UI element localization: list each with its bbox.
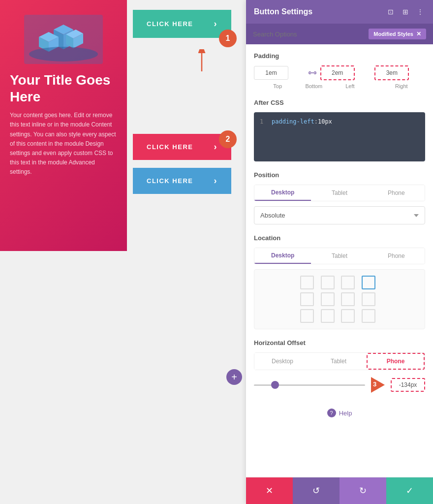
- cancel-button[interactable]: ✕: [246, 477, 293, 504]
- pink-card: Your Title Goes Here Your content goes h…: [0, 0, 127, 251]
- padding-labels: Top Bottom Left Right: [254, 83, 425, 89]
- pos-cell-bc2[interactable]: [341, 309, 355, 323]
- code-line-1: 1 padding-left:10px: [260, 118, 419, 125]
- padding-link-icon[interactable]: [309, 69, 316, 76]
- position-grid-container: [254, 269, 425, 329]
- pos-cell-mc2[interactable]: [341, 292, 355, 306]
- card-body: Your content goes here. Edit or remove t…: [10, 111, 117, 177]
- reset-button[interactable]: ↺: [293, 477, 340, 504]
- grid-icon[interactable]: ⊞: [401, 7, 410, 17]
- location-desktop-tab[interactable]: Desktop: [254, 248, 311, 264]
- padding-top-input[interactable]: [254, 66, 288, 80]
- pos-cell-br[interactable]: [362, 309, 375, 323]
- location-section: Location Desktop Tablet Phone: [254, 234, 425, 329]
- offset-value: -134px: [399, 381, 417, 388]
- offset-value-box[interactable]: -134px: [391, 378, 425, 392]
- location-title: Location: [254, 234, 425, 242]
- modified-styles-label: Modified Styles: [373, 31, 413, 37]
- horizontal-offset-section: Horizontal Offset Desktop Tablet Phone 3…: [254, 339, 425, 393]
- badge-3-container: 3: [371, 377, 385, 393]
- panel-header: Button Settings ⊡ ⊞ ⋮: [246, 0, 433, 24]
- button-3-label: CLICK HERE: [147, 177, 193, 185]
- offset-slider[interactable]: [254, 384, 365, 386]
- line-number: 1: [260, 118, 267, 125]
- left-content-area: Your Title Goes Here Your content goes h…: [0, 0, 246, 504]
- search-bar: Modified Styles ✕: [246, 24, 433, 44]
- pos-cell-mc[interactable]: [321, 292, 335, 306]
- arrow-up-icon: [187, 49, 212, 74]
- button-3[interactable]: CLICK HERE: [133, 168, 231, 194]
- offset-phone-tab[interactable]: Phone: [367, 353, 425, 370]
- code-value: 10px: [318, 118, 332, 125]
- badge-1: 1: [219, 30, 237, 47]
- after-css-title: After CSS: [254, 99, 425, 106]
- svg-point-10: [29, 47, 98, 62]
- expand-icon[interactable]: ⊡: [386, 7, 396, 17]
- badge-3-label: 3: [373, 380, 376, 388]
- location-device-tabs: Desktop Tablet Phone: [254, 248, 425, 264]
- panel-header-icons: ⊡ ⊞ ⋮: [386, 7, 425, 17]
- more-icon[interactable]: ⋮: [415, 7, 425, 17]
- offset-tablet-tab[interactable]: Tablet: [310, 353, 367, 370]
- bottom-bar: ✕ ↺ ↻ ✓: [246, 477, 433, 504]
- add-section-button[interactable]: +: [226, 369, 242, 385]
- position-device-tabs: Desktop Tablet Phone: [254, 185, 425, 201]
- position-title: Position: [254, 171, 425, 179]
- slider-row: 3 -134px: [254, 377, 425, 393]
- button-2[interactable]: CLICK HERE: [133, 134, 231, 160]
- panel-title: Button Settings: [254, 7, 312, 16]
- code-editor[interactable]: 1 padding-left:10px: [254, 112, 425, 161]
- location-tablet-tab[interactable]: Tablet: [311, 248, 368, 264]
- panel-content: Padding Top Bottom Left Right After CS: [246, 44, 433, 477]
- position-desktop-tab[interactable]: Desktop: [254, 185, 311, 201]
- modified-styles-close[interactable]: ✕: [416, 31, 421, 37]
- redo-button[interactable]: ↻: [340, 477, 386, 504]
- pos-cell-tr[interactable]: [362, 276, 375, 289]
- search-input[interactable]: [253, 31, 365, 38]
- pos-cell-ml[interactable]: [300, 292, 314, 306]
- padding-title: Padding: [254, 52, 425, 60]
- help-row[interactable]: ? Help: [254, 403, 425, 423]
- padding-left-input[interactable]: [320, 65, 355, 80]
- code-property: padding-left: [272, 118, 314, 125]
- pos-cell-bl[interactable]: [300, 309, 314, 323]
- position-section: Position Desktop Tablet Phone Absolute R…: [254, 171, 425, 224]
- location-phone-tab[interactable]: Phone: [368, 248, 425, 264]
- badge-3-shape: 3: [371, 377, 385, 393]
- position-phone-tab[interactable]: Phone: [368, 185, 425, 201]
- pos-cell-tl[interactable]: [300, 276, 314, 289]
- code-content: padding-left:10px: [272, 118, 332, 125]
- offset-device-tabs: Desktop Tablet Phone: [254, 352, 425, 370]
- padding-bottom-label: Bottom: [305, 83, 322, 89]
- pos-cell-bc[interactable]: [321, 309, 335, 323]
- position-tablet-tab[interactable]: Tablet: [311, 185, 368, 201]
- button-2-label: CLICK HERE: [147, 143, 193, 151]
- button-1-label: CLICK HERE: [147, 20, 193, 28]
- offset-desktop-tab[interactable]: Desktop: [254, 353, 310, 370]
- after-css-section: After CSS 1 padding-left:10px: [254, 99, 425, 161]
- padding-right-label: Right: [378, 83, 425, 89]
- card-title: Your Title Goes Here: [10, 72, 117, 105]
- offset-title: Horizontal Offset: [254, 339, 425, 346]
- city-illustration: [24, 15, 103, 64]
- padding-right-input[interactable]: [374, 65, 409, 80]
- buttons-area: CLICK HERE CLICK HERE CLICK HERE: [133, 0, 241, 194]
- button-1[interactable]: CLICK HERE: [133, 10, 231, 38]
- help-label: Help: [339, 410, 352, 417]
- help-icon: ?: [327, 409, 336, 417]
- padding-left-label: Left: [326, 83, 373, 89]
- pos-cell-tc[interactable]: [321, 276, 335, 289]
- position-dropdown[interactable]: Absolute Relative Fixed Static: [254, 206, 425, 224]
- pos-cell-tc2[interactable]: [341, 276, 355, 289]
- settings-panel: Button Settings ⊡ ⊞ ⋮ Modified Styles ✕ …: [246, 0, 433, 504]
- padding-section: Padding Top Bottom Left Right: [254, 52, 425, 89]
- pos-cell-mr[interactable]: [362, 292, 375, 306]
- padding-grid: [254, 65, 425, 80]
- position-grid: [300, 276, 379, 323]
- badge-2: 2: [219, 130, 237, 148]
- modified-styles-badge[interactable]: Modified Styles ✕: [369, 29, 426, 39]
- padding-top-label: Top: [254, 83, 301, 89]
- confirm-button[interactable]: ✓: [386, 477, 433, 504]
